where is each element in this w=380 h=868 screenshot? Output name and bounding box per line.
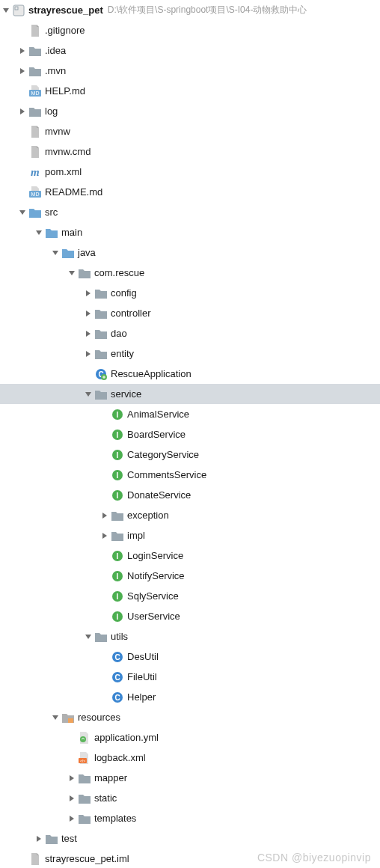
tree-item-label: RescueApplication [111, 368, 191, 379]
file-gitignore[interactable]: .gitignore [0, 20, 380, 40]
svg-text:C: C [114, 694, 120, 702]
svg-text:I: I [117, 431, 119, 439]
file-icon [28, 24, 42, 37]
folder-test[interactable]: test [0, 828, 380, 849]
interface-user-service[interactable]: IUserService [0, 606, 380, 626]
package-config[interactable]: config [0, 283, 380, 303]
xml-icon: </> [78, 751, 91, 765]
folder-resources[interactable]: resources [0, 707, 380, 727]
interface-animal-service[interactable]: IAnimalService [0, 404, 380, 424]
tree-item-label: NotifyService [127, 570, 185, 581]
class-des-util[interactable]: CDesUtil [0, 647, 380, 667]
tree-item-label: SqlyService [127, 590, 179, 602]
chevron-right-icon[interactable] [16, 45, 28, 57]
chevron-right-icon[interactable] [66, 813, 78, 825]
package-exception[interactable]: exception [0, 505, 380, 525]
tree-item-label: UserService [127, 611, 180, 622]
chevron-down-icon[interactable] [82, 631, 94, 643]
tree-item-label: mapper [94, 772, 127, 783]
chevron-right-icon[interactable] [33, 833, 45, 845]
folder-templates[interactable]: templates [0, 808, 380, 828]
tree-item-label: pom.xml [45, 166, 82, 177]
folder-log[interactable]: log [0, 101, 380, 121]
file-readme-md[interactable]: MDREADME.md [0, 182, 380, 202]
svg-point-35 [80, 736, 86, 742]
package-service[interactable]: service [0, 384, 380, 404]
chevron-right-icon[interactable] [66, 772, 78, 784]
interface-category-service[interactable]: ICategoryService [0, 444, 380, 465]
package-controller[interactable]: controller [0, 303, 380, 323]
chevron-right-icon[interactable] [82, 348, 94, 360]
folder-mapper[interactable]: mapper [0, 768, 380, 788]
package-dao[interactable]: dao [0, 323, 380, 343]
chevron-down-icon[interactable] [82, 388, 94, 400]
class-rescue-application[interactable]: CRescueApplication [0, 364, 380, 384]
file-help-md[interactable]: MDHELP.md [0, 81, 380, 101]
folder-blue-icon [61, 246, 75, 260]
class-file-util[interactable]: CFileUtil [0, 667, 380, 687]
tree-item-label: application.yml [94, 732, 159, 743]
chevron-right-icon[interactable] [82, 328, 94, 340]
package-com-rescue[interactable]: com.rescue [0, 263, 380, 283]
chevron-right-icon[interactable] [99, 530, 111, 542]
project-tree[interactable]: strayrescue_petD:\软件项目\S-springboot项目\S-… [0, 0, 380, 868]
m-icon: m [28, 165, 42, 179]
chevron-down-icon[interactable] [33, 227, 45, 239]
svg-text:I: I [117, 552, 119, 560]
svg-text:I: I [117, 572, 119, 581]
interface-icon: I [111, 569, 124, 583]
tree-item-label: com.rescue [94, 267, 144, 278]
chevron-right-icon[interactable] [66, 792, 78, 804]
folder-java[interactable]: java [0, 242, 380, 263]
chevron-down-icon[interactable] [0, 4, 12, 16]
folder-static[interactable]: static [0, 788, 380, 808]
tree-item-label: BoardService [127, 429, 186, 440]
file-application-yml[interactable]: application.yml [0, 727, 380, 748]
file-mvnw-cmd[interactable]: mvnw.cmd [0, 141, 380, 162]
chevron-right-icon[interactable] [99, 510, 111, 522]
chevron-down-icon[interactable] [49, 247, 61, 259]
tree-item-label: main [61, 227, 82, 238]
tree-item-label: mvnw.cmd [45, 146, 91, 157]
folder-icon [45, 832, 58, 846]
folder-icon [78, 771, 91, 785]
tree-item-label: utils [111, 631, 128, 642]
package-utils[interactable]: utils [0, 626, 380, 647]
file-mvnw[interactable]: mvnw [0, 121, 380, 141]
folder-src[interactable]: src [0, 202, 380, 222]
tree-item-label: controller [111, 308, 150, 319]
tree-item-label: logback.xml [94, 752, 146, 763]
class-helper[interactable]: CHelper [0, 687, 380, 707]
tree-item-label: strayrescue_pet.iml [45, 853, 129, 864]
interface-comments-service[interactable]: ICommentsService [0, 465, 380, 485]
interface-login-service[interactable]: ILoginService [0, 545, 380, 566]
chevron-right-icon[interactable] [16, 106, 28, 117]
class-icon: C [111, 691, 124, 704]
file-pom-xml[interactable]: mpom.xml [0, 162, 380, 182]
svg-text:I: I [117, 613, 119, 621]
chevron-right-icon[interactable] [82, 308, 94, 320]
interface-sqly-service[interactable]: ISqlyService [0, 586, 380, 606]
svg-text:</>: </> [80, 758, 85, 762]
interface-icon: I [111, 428, 124, 441]
chevron-down-icon[interactable] [66, 267, 78, 279]
tree-item-label: Helper [127, 691, 156, 703]
interface-notify-service[interactable]: INotifyService [0, 566, 380, 586]
svg-text:I: I [117, 471, 119, 480]
file-logback-xml[interactable]: </>logback.xml [0, 748, 380, 768]
package-entity[interactable]: entity [0, 343, 380, 364]
project-root[interactable]: strayrescue_petD:\软件项目\S-springboot项目\S-… [0, 0, 380, 20]
tree-item-label: config [111, 287, 137, 299]
folder-idea[interactable]: .idea [0, 40, 380, 61]
interface-donate-service[interactable]: IDonateService [0, 485, 380, 505]
chevron-down-icon[interactable] [16, 207, 28, 218]
chevron-right-icon[interactable] [82, 287, 94, 299]
chevron-down-icon[interactable] [49, 712, 61, 724]
interface-board-service[interactable]: IBoardService [0, 424, 380, 444]
tree-item-label: HELP.md [45, 85, 85, 97]
folder-main[interactable]: main [0, 222, 380, 242]
folder-mvn[interactable]: .mvn [0, 61, 380, 81]
chevron-right-icon[interactable] [16, 65, 28, 77]
package-impl[interactable]: impl [0, 525, 380, 545]
svg-text:MD: MD [31, 192, 40, 197]
